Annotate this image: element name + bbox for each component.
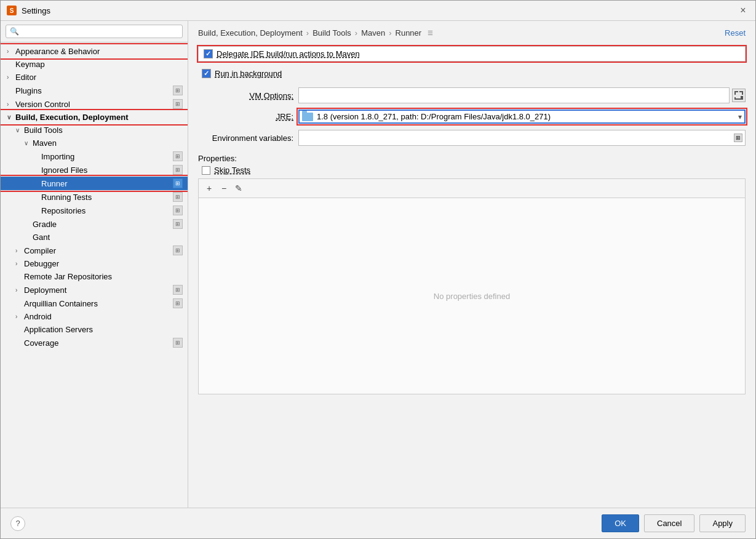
settings-icon: ⊞	[173, 206, 183, 215]
sidebar-item-appearance[interactable]: › Appearance & Behavior	[1, 45, 188, 58]
sidebar-item-maven[interactable]: ∨ Maven	[1, 137, 188, 150]
cancel-button[interactable]: Cancel	[644, 514, 694, 532]
sidebar-item-gradle[interactable]: Gradle ⊞	[1, 217, 188, 231]
sidebar-item-build-execution[interactable]: ∨ Build, Execution, Deployment	[1, 111, 188, 124]
sidebar-item-label: Gradle	[33, 220, 173, 229]
sidebar-item-label: Version Control	[15, 100, 173, 109]
close-button[interactable]: ×	[737, 4, 749, 17]
edit-property-button[interactable]: ✎	[232, 182, 245, 195]
env-vars-label: Environment variables:	[198, 134, 293, 143]
sidebar-item-label: Remote Jar Repositories	[24, 272, 183, 281]
sidebar-item-deployment[interactable]: › Deployment ⊞	[1, 283, 188, 297]
search-box: 🔍	[1, 21, 188, 42]
skip-tests-row: Skip Tests	[202, 166, 746, 175]
expand-arrow: ∨	[24, 140, 33, 146]
remove-property-button[interactable]: −	[217, 182, 231, 195]
env-vars-row: Environment variables: ⊞	[198, 127, 746, 149]
sidebar-item-compiler[interactable]: › Compiler ⊞	[1, 244, 188, 257]
sidebar-item-version-control[interactable]: › Version Control ⊞	[1, 97, 188, 111]
bottom-buttons: OK Cancel Apply	[602, 514, 746, 532]
no-properties-text: No properties defined	[434, 292, 510, 301]
app-icon: S	[7, 6, 17, 15]
sidebar-item-label: Runner	[41, 179, 173, 188]
settings-icon: ⊞	[173, 246, 183, 255]
sidebar-item-runner[interactable]: Runner ⊞	[1, 177, 188, 190]
breadcrumb-sep-2: ›	[355, 28, 357, 38]
add-property-button[interactable]: +	[202, 182, 216, 195]
sidebar-item-label: Compiler	[24, 246, 173, 255]
expand-arrow: ›	[15, 287, 24, 293]
run-bg-checkbox[interactable]	[202, 69, 211, 78]
properties-toolbar: + − ✎	[198, 178, 746, 198]
sidebar-item-keymap[interactable]: Keymap	[1, 58, 188, 71]
settings-icon: ⊞	[173, 165, 183, 175]
expand-arrow: ›	[15, 247, 24, 254]
sidebar-item-label: Running Tests	[41, 193, 173, 202]
sidebar-item-running-tests[interactable]: Running Tests ⊞	[1, 190, 188, 204]
sidebar-item-label: Keymap	[15, 60, 183, 69]
sidebar-item-coverage[interactable]: Coverage ⊞	[1, 336, 188, 349]
dialog-title: Settings	[22, 6, 732, 15]
sidebar-item-repositories[interactable]: Repositories ⊞	[1, 204, 188, 217]
jre-row: JRE: 1.8 (version 1.8.0_271, path: D:/Pr…	[198, 106, 746, 127]
sidebar-item-importing[interactable]: Importing ⊞	[1, 150, 188, 163]
env-vars-input[interactable]: ⊞	[298, 130, 746, 146]
search-input[interactable]	[22, 27, 178, 36]
dropdown-arrow-icon: ▾	[738, 113, 742, 121]
reset-link[interactable]: Reset	[725, 28, 746, 38]
sidebar-item-remote-jar[interactable]: Remote Jar Repositories	[1, 270, 188, 283]
ok-button[interactable]: OK	[602, 514, 639, 532]
jre-value: 1.8 (version 1.8.0_271, path: D:/Program…	[317, 112, 738, 121]
sidebar-item-label: Build Tools	[24, 126, 183, 135]
expand-arrow: ∨	[15, 127, 24, 134]
sidebar-tree: › Appearance & Behavior Keymap › Editor	[1, 42, 188, 508]
sidebar-item-debugger[interactable]: › Debugger	[1, 257, 188, 270]
sidebar-item-label: Maven	[33, 138, 183, 148]
breadcrumb-menu-icon: ☰	[428, 30, 433, 36]
vm-options-expand-btn[interactable]	[732, 89, 746, 102]
search-input-wrap[interactable]: 🔍	[6, 25, 183, 38]
sidebar: 🔍 › Appearance & Behavior Keymap	[1, 21, 188, 508]
sidebar-item-label: Debugger	[24, 259, 183, 268]
breadcrumb-part-2: Build Tools	[312, 28, 351, 38]
run-bg-label: Run in background	[215, 69, 282, 78]
settings-icon: ⊞	[173, 219, 183, 229]
sidebar-item-plugins[interactable]: Plugins ⊞	[1, 84, 188, 97]
sidebar-item-label: Repositories	[41, 206, 173, 215]
settings-icon: ⊞	[173, 298, 183, 308]
env-vars-icon[interactable]: ⊞	[734, 134, 742, 142]
jre-select[interactable]: 1.8 (version 1.8.0_271, path: D:/Program…	[298, 110, 746, 124]
expand-arrow: ›	[7, 74, 15, 81]
sidebar-item-label: Arquillian Containers	[24, 299, 173, 308]
properties-label: Properties:	[198, 154, 746, 163]
sidebar-item-arquillian[interactable]: Arquillian Containers ⊞	[1, 297, 188, 310]
run-bg-row: Run in background	[198, 66, 746, 81]
expand-arrow: ›	[7, 101, 15, 108]
main-panel: Build, Execution, Deployment › Build Too…	[188, 21, 755, 508]
sidebar-item-label: Editor	[15, 73, 183, 82]
search-icon: 🔍	[10, 27, 19, 36]
content-area: 🔍 › Appearance & Behavior Keymap	[1, 21, 755, 508]
sidebar-item-build-tools[interactable]: ∨ Build Tools	[1, 124, 188, 137]
expand-arrow: ›	[7, 48, 15, 55]
title-bar: S Settings ×	[1, 1, 755, 21]
breadcrumb-part-1: Build, Execution, Deployment	[198, 28, 303, 38]
delegate-label: Delegate IDE build/run actions to Maven	[217, 49, 360, 58]
skip-tests-checkbox[interactable]	[202, 166, 210, 175]
skip-tests-label: Skip Tests	[214, 166, 250, 175]
apply-button[interactable]: Apply	[699, 514, 746, 532]
breadcrumb: Build, Execution, Deployment › Build Too…	[198, 28, 433, 38]
sidebar-item-app-servers[interactable]: Application Servers	[1, 323, 188, 336]
sidebar-item-label: Plugins	[15, 86, 173, 95]
folder-icon	[302, 113, 313, 121]
sidebar-item-gant[interactable]: Gant	[1, 231, 188, 244]
settings-icon: ⊞	[173, 151, 183, 161]
breadcrumb-sep-3: ›	[389, 28, 391, 38]
help-button[interactable]: ?	[10, 516, 25, 531]
jre-input-wrap: 1.8 (version 1.8.0_271, path: D:/Program…	[298, 110, 746, 124]
sidebar-item-ignored-files[interactable]: Ignored Files ⊞	[1, 163, 188, 177]
vm-options-input[interactable]	[298, 87, 730, 103]
sidebar-item-android[interactable]: › Android	[1, 310, 188, 323]
delegate-checkbox[interactable]	[204, 49, 213, 58]
sidebar-item-editor[interactable]: › Editor	[1, 71, 188, 84]
